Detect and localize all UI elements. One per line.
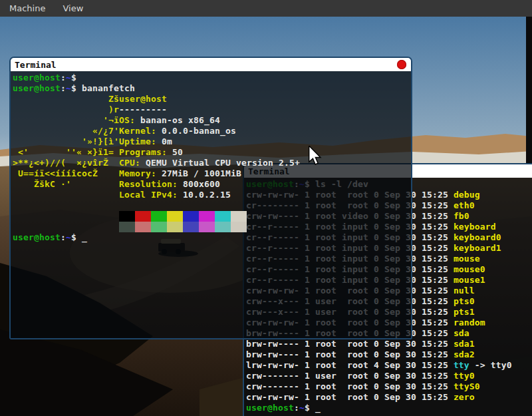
blank-line — [13, 200, 411, 211]
fetch-ascii-art: Zš — [13, 94, 119, 104]
file-name: pts0 — [454, 296, 475, 306]
file-name: null — [454, 286, 475, 296]
palette-swatch — [199, 222, 215, 232]
fetch-value: banan-os x86_64 — [140, 115, 220, 125]
fetch-ascii-art: ŽškC ·' — [13, 179, 119, 190]
terminal-output-front[interactable]: user@host:~$ user@host:~$ bananfetch Zšu… — [11, 71, 411, 338]
palette-swatch — [199, 211, 215, 222]
fetch-label: Uptime: — [119, 136, 162, 146]
fetch-line: Local IPv4: 10.0.2.15 — [13, 190, 411, 200]
fetch-value: QEMU Virtual CPU version 2.5+ — [146, 158, 300, 168]
file-name: fb0 — [454, 211, 469, 221]
file-name: pts1 — [454, 307, 475, 317]
fetch-line: )r--------- — [13, 104, 411, 115]
file-name: eth0 — [454, 200, 475, 210]
fetch-value: 800x600 — [183, 179, 220, 189]
prompt-line: user@host:~$ _ — [13, 232, 411, 243]
prompt-path: ~ — [299, 403, 305, 413]
window-title: Terminal — [15, 60, 57, 70]
palette-swatch — [183, 222, 199, 232]
file-name: sda1 — [454, 339, 475, 349]
fetch-ascii-art: U==íï<<íííîcocŽ — [13, 168, 119, 179]
terminal-window-front[interactable]: Terminal user@host:~$ user@host:~$ banan… — [9, 57, 412, 339]
palette-swatch — [167, 222, 183, 232]
fetch-line: '»!}[ì'Uptime: 0m — [13, 136, 411, 147]
file-name: sda2 — [454, 349, 475, 359]
fetch-line: Zšuser@host — [13, 94, 411, 104]
fetch-line: >**¿<+)//( ×¿vîrŽ CPU: QEMU Virtual CPU … — [13, 158, 411, 168]
file-meta: crw------- 1 user root 0 Sep 30 15:25 — [246, 371, 454, 381]
fetch-label: Local IPv4: — [119, 190, 183, 200]
ls-row: crw------- 1 user root 0 Sep 30 15:25 tt… — [246, 371, 532, 381]
palette-swatch — [231, 222, 247, 232]
file-name: mouse — [454, 254, 480, 264]
ls-row: brw-rw---- 1 root root 0 Sep 30 15:25 sd… — [246, 339, 532, 349]
palette-swatch — [183, 211, 199, 222]
palette-swatch — [135, 211, 151, 222]
ls-row: lrw-rw-rw- 1 root root 4 Sep 30 15:25 tt… — [246, 360, 532, 371]
prompt-path: ~ — [66, 232, 71, 242]
file-meta: brw-rw---- 1 root root 0 Sep 30 15:25 — [246, 349, 454, 359]
fetch-label: Memory: — [119, 168, 162, 178]
fetch-line: '¬ïOS: banan-os x86_64 — [13, 115, 411, 126]
menu-machine[interactable]: Machine — [9, 3, 45, 13]
prompt-path: ~ — [66, 83, 71, 93]
fetch-ascii-art: )r — [13, 104, 119, 115]
fetch-line: U==íï<<íííîcocŽ Memory: 27MiB / 1001MiB — [13, 168, 411, 179]
fetch-ascii-art: «/¿7' — [13, 126, 119, 136]
ls-row: crw-rw-rw- 1 root root 0 Sep 30 15:25 ze… — [246, 392, 532, 403]
file-meta: lrw-rw-rw- 1 root root 4 Sep 30 15:25 — [246, 360, 454, 370]
file-name: tty — [454, 360, 469, 370]
file-name: keyboard — [454, 222, 496, 232]
prompt-path: ~ — [66, 73, 71, 83]
prompt-line: user@host:~$ — [13, 73, 411, 83]
file-name: keyboard0 — [454, 232, 501, 242]
file-name: mouse0 — [454, 264, 485, 274]
fetch-value: 10.0.2.15 — [183, 190, 231, 200]
menu-view[interactable]: View — [63, 3, 83, 13]
fetch-ascii-art: '¬ï — [13, 115, 119, 126]
prompt-user: user@host — [246, 403, 294, 413]
file-meta: brw-rw---- 1 root root 0 Sep 30 15:25 — [246, 339, 454, 349]
fetch-line: ŽškC ·' Resolution: 800x600 — [13, 179, 411, 190]
file-name: random — [454, 317, 485, 327]
color-palette-row — [119, 222, 411, 232]
file-meta: crw------- 1 root root 0 Sep 30 15:25 — [246, 381, 454, 391]
fetch-label: Kernel: — [119, 126, 162, 136]
ls-row: crw------- 1 root root 0 Sep 30 15:25 tt… — [246, 381, 532, 392]
text-cursor: _ — [315, 403, 321, 413]
file-name: mouse1 — [454, 275, 485, 285]
fetch-label: CPU: — [119, 158, 146, 168]
palette-swatch — [215, 222, 231, 232]
fetch-line: <' ''« ×}ï1= Programs: 50 — [13, 147, 411, 158]
ls-row: brw-rw---- 1 root root 0 Sep 30 15:25 sd… — [246, 349, 532, 360]
fetch-value: --------- — [119, 104, 167, 114]
fetch-value: 50 — [172, 147, 183, 157]
prompt-user: user@host — [13, 232, 61, 242]
fetch-label: Resolution: — [119, 179, 183, 189]
file-name: debug — [454, 190, 480, 200]
palette-swatch — [119, 222, 135, 232]
fetch-ascii-art: '»!}[ì' — [13, 136, 119, 147]
prompt-user: user@host — [13, 73, 61, 83]
file-name: ttyS0 — [454, 381, 480, 391]
file-name: zero — [454, 392, 475, 402]
palette-swatch — [215, 211, 231, 222]
palette-swatch — [151, 211, 167, 222]
file-name: tty0 — [454, 371, 475, 381]
file-meta: crw-rw-rw- 1 root root 0 Sep 30 15:25 — [246, 392, 454, 402]
titlebar-front[interactable]: Terminal — [11, 58, 411, 71]
fetch-value: 0.0.0-banan_os — [162, 126, 236, 136]
palette-swatch — [119, 211, 135, 222]
fetch-ascii-art: <' ''« ×}ï1= — [13, 147, 119, 158]
fetch-ascii-art — [13, 190, 119, 200]
fetch-label: OS: — [119, 115, 140, 125]
file-name: sda — [454, 328, 469, 338]
file-name: keyboard1 — [454, 243, 501, 253]
command-text: bananfetch — [82, 83, 135, 93]
close-button-icon[interactable] — [397, 60, 406, 69]
fetch-label: Programs: — [119, 147, 172, 157]
color-palette-row — [119, 211, 411, 222]
text-cursor: _ — [82, 232, 87, 242]
prompt-line: user@host:~$ _ — [246, 403, 532, 413]
